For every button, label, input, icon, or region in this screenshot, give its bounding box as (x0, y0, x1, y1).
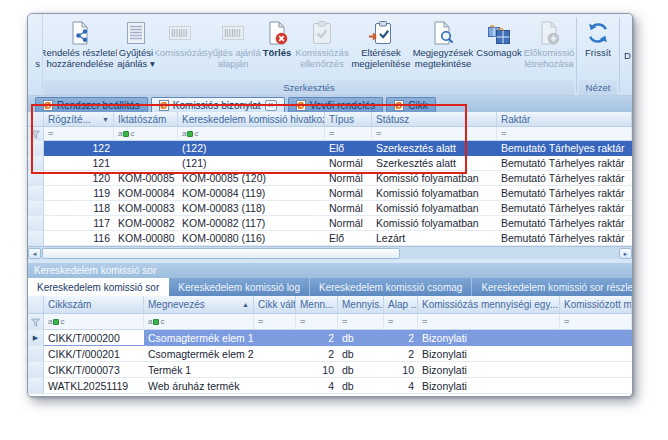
column-header-cikkvalt[interactable]: Cikk vált... (254, 296, 296, 314)
cell-alap[interactable]: 2 (384, 330, 418, 346)
cell-tipus[interactable]: Elő (325, 141, 372, 156)
cell-cikkszam[interactable]: CIKK/T/000073 (44, 362, 144, 378)
filter-cell-raktar[interactable]: = (497, 127, 632, 141)
cell-cikkvalt[interactable] (254, 362, 296, 378)
column-header-menny[interactable]: Menn... (296, 296, 338, 314)
scroll-left-arrow-icon[interactable]: ◂ (28, 248, 41, 259)
filter-cell-cikkszam[interactable]: ac (44, 314, 144, 330)
cell-megnevezes[interactable]: Web áruház termék (144, 378, 254, 394)
cell-alap[interactable]: 10 (384, 362, 418, 378)
grid-row-5[interactable]: 117KOM-00082KOM-00082 (117)NormálKomissi… (28, 216, 632, 231)
grid-row-6[interactable]: 116KOM-00080KOM-00080 (116)ElőLezártBemu… (28, 231, 632, 246)
cell-menny[interactable]: 2 (296, 330, 338, 346)
cell-rogzite[interactable]: 122 (44, 141, 114, 156)
cell-tipus[interactable]: Normál (325, 186, 372, 201)
detail-tab-kereskedelem-komissi-sor-r-szlet[interactable]: Kereskedelem komissió sor részlet (472, 278, 633, 296)
cell-alap[interactable]: 4 (384, 378, 418, 394)
document-tab-vev-i-rendel-s[interactable]: Vevői rendelés (288, 97, 384, 112)
column-header-cikkszam[interactable]: Cikkszám (44, 296, 144, 314)
column-header-statusz[interactable]: Státusz (372, 112, 497, 127)
grid-row-0[interactable]: 122(122)ElőSzerkesztés alattBemutató Tár… (28, 141, 632, 156)
filter-cell-cikkvalt[interactable]: = (254, 314, 296, 330)
column-header-rogzite[interactable]: Rögzíté...▼ (44, 112, 114, 127)
cell-iktatoszam[interactable] (114, 141, 178, 156)
column-header-tipus[interactable]: Típus (325, 112, 372, 127)
detail-tab-kereskedelem-komissi-csomag[interactable]: Kereskedelem komissió csomag (310, 278, 472, 296)
cell-egyseg[interactable]: db (338, 378, 384, 394)
cell-hivatkozas[interactable]: (121) (178, 156, 325, 171)
cell-egyseg[interactable]: db (338, 362, 384, 378)
ribbon-button-t-rl-s[interactable]: Törlés (261, 16, 293, 80)
filter-cell-kom_egyseg[interactable]: = (418, 314, 560, 330)
cell-egyseg[interactable]: db (338, 330, 384, 346)
column-header-megnevezes[interactable]: Megnevezés▲ (144, 296, 254, 314)
cell-statusz[interactable]: Szerkesztés alatt (372, 156, 497, 171)
horizontal-scrollbar[interactable]: ◂ ▸ (28, 246, 632, 259)
grid-row-4[interactable]: 118KOM-00083KOM-00083 (118)NormálKomissi… (28, 201, 632, 216)
cell-hivatkozas[interactable]: (122) (178, 141, 325, 156)
cell-kom_menny[interactable] (560, 362, 632, 378)
cell-hivatkozas[interactable]: KOM-00084 (119) (178, 186, 325, 201)
cell-statusz[interactable]: Lezárt (372, 231, 497, 246)
grid-row-3[interactable]: WATKL20251119Web áruház termék4db4Bizony… (28, 378, 632, 394)
cell-cikkszam[interactable]: CIKK/T/000201 (44, 346, 144, 362)
cell-kom_egyseg[interactable]: Bizonylati (418, 378, 560, 394)
cell-kom_egyseg[interactable]: Bizonylati (418, 362, 560, 378)
cell-megnevezes[interactable]: Termék 1 (144, 362, 254, 378)
detail-tab-kereskedelem-komissi-sor[interactable]: Kereskedelem komissió sor (28, 278, 169, 296)
ribbon-clipped-button[interactable]: s (28, 14, 43, 95)
cell-iktatoszam[interactable] (114, 156, 178, 171)
document-tab-rendszer-be-ll-t-s[interactable]: Rendszer beállítás (35, 97, 148, 112)
cell-iktatoszam[interactable]: KOM-00080 (114, 231, 178, 246)
filter-cell-statusz[interactable]: = (372, 127, 497, 141)
cell-raktar[interactable]: Bemutató Tárhelyes raktár (497, 156, 632, 171)
grid-row-1[interactable]: CIKK/T/000201Csomagtermék elem 22db2Bizo… (28, 346, 632, 362)
cell-menny[interactable]: 10 (296, 362, 338, 378)
filter-cell-kom_menny[interactable]: = (560, 314, 632, 330)
ribbon-button-gy-jt-si-aj-nl-s[interactable]: Gyűjtésiajánlás ▾ (117, 16, 155, 80)
cell-kom_egyseg[interactable]: Bizonylati (418, 346, 560, 362)
column-header-iktatoszam[interactable]: Iktatószám (114, 112, 178, 127)
cell-rogzite[interactable]: 117 (44, 216, 114, 231)
filter-cell-menny[interactable]: = (296, 314, 338, 330)
ribbon-button-elt-r-sek-megjelen-t-se[interactable]: Eltérésekmegjelenítése (351, 16, 411, 80)
document-tab-komissi-s-bizonylat[interactable]: Komissiós bizonylat× (151, 97, 285, 112)
cell-rogzite[interactable]: 121 (44, 156, 114, 171)
cell-statusz[interactable]: Szerkesztés alatt (372, 141, 497, 156)
scrollbar-thumb[interactable] (42, 248, 400, 259)
cell-rogzite[interactable]: 120 (44, 171, 114, 186)
cell-cikkszam[interactable]: WATKL20251119 (44, 378, 144, 394)
cell-menny[interactable]: 4 (296, 378, 338, 394)
cell-kom_menny[interactable] (560, 378, 632, 394)
cell-cikkszam[interactable]: CIKK/T/000200 (44, 330, 144, 346)
column-header-kom_menny[interactable]: Komissiózott menn... (560, 296, 632, 314)
cell-alap[interactable]: 2 (384, 346, 418, 362)
cell-iktatoszam[interactable]: KOM-00083 (114, 201, 178, 216)
filter-cell-hivatkozas[interactable]: ac (178, 127, 325, 141)
ribbon-button-friss-t[interactable]: Frissít (578, 16, 618, 80)
grid-row-2[interactable]: 120KOM-00085KOM-00085 (120)NormálKomissi… (28, 171, 632, 186)
cell-cikkvalt[interactable] (254, 330, 296, 346)
grid-row-2[interactable]: CIKK/T/000073Termék 110db10Bizonylati (28, 362, 632, 378)
cell-statusz[interactable]: Komissió folyamatban (372, 186, 497, 201)
cell-rogzite[interactable]: 116 (44, 231, 114, 246)
tab-close-icon[interactable]: × (265, 100, 277, 111)
cell-hivatkozas[interactable]: KOM-00083 (118) (178, 201, 325, 216)
filter-cell-egyseg[interactable]: = (338, 314, 384, 330)
cell-tipus[interactable]: Normál (325, 201, 372, 216)
cell-kom_egyseg[interactable]: Bizonylati (418, 330, 560, 346)
scroll-right-arrow-icon[interactable]: ▸ (619, 248, 632, 259)
cell-raktar[interactable]: Bemutató Tárhelyes raktár (497, 216, 632, 231)
filter-cell-tipus[interactable]: = (325, 127, 372, 141)
cell-megnevezes[interactable]: Csomagtermék elem 1 (144, 330, 254, 346)
ribbon-button-rendel-s-r-szletek-hozz-rendel-se[interactable]: Rendelés részletekhozzárendelése (43, 16, 117, 80)
cell-iktatoszam[interactable]: KOM-00085 (114, 171, 178, 186)
ribbon-button-megjegyz-sek-megtekint-se[interactable]: Megjegyzésekmegtekintése (411, 16, 475, 80)
cell-raktar[interactable]: Bemutató Tárhelyes raktár (497, 171, 632, 186)
cell-statusz[interactable]: Komissió folyamatban (372, 216, 497, 231)
grid-row-0[interactable]: ▶CIKK/T/000200Csomagtermék elem 12db2Biz… (28, 330, 632, 346)
column-header-kom_egyseg[interactable]: Komissiózás mennyiségi egy... (418, 296, 560, 314)
column-header-hivatkozas[interactable]: Kereskedelem komissió hivatkozás (178, 112, 325, 127)
cell-tipus[interactable]: Normál (325, 171, 372, 186)
cell-tipus[interactable]: Normál (325, 156, 372, 171)
